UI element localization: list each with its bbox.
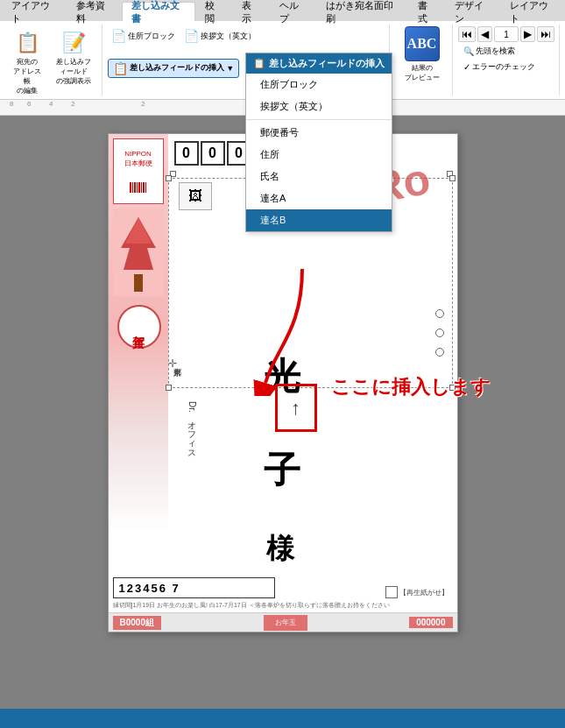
dropdown-item-renameA[interactable]: 連名A	[246, 187, 392, 209]
tab-layout[interactable]: アイアウト	[2, 2, 67, 21]
new-year-image-bottom: お年玉	[264, 615, 307, 631]
lottery-left: B0000組	[113, 616, 161, 630]
navigation-arrows: ⏮ ◀ ▶ ⏭	[458, 26, 554, 42]
svg-marker-2	[125, 217, 152, 244]
check-errors-button[interactable]: ✓ エラーのチェック	[458, 60, 540, 74]
dropdown-item-address[interactable]: 住所	[246, 144, 392, 166]
move-handle[interactable]: ✛	[166, 357, 179, 370]
resize-bl[interactable]	[166, 385, 172, 391]
find-recipient-button[interactable]: 🔍 先頭を検索	[458, 44, 540, 59]
tab-references[interactable]: 参考資料	[67, 2, 122, 21]
dr-text: Dr. オフィス	[186, 401, 198, 454]
circle-2	[435, 329, 444, 337]
stamp-area: NIPPON日本郵便	[113, 138, 164, 204]
reuse-checkbox	[385, 586, 398, 598]
insert-merge-field-button[interactable]: 📋 差し込みフィールドの挿入 ▼	[108, 59, 239, 78]
upload-arrow-icon: ↑	[278, 386, 314, 429]
tab-design[interactable]: デザイン	[445, 2, 500, 21]
new-year-stamp: 年賀	[117, 305, 161, 349]
dropdown-header: 📋 差し込みフィールドの挿入	[246, 53, 392, 74]
dropdown-header-icon: 📋	[253, 58, 265, 69]
tab-mailings[interactable]: 差し込み文書	[122, 2, 195, 21]
stamp-text: NIPPON日本郵便	[124, 150, 152, 180]
tab-help[interactable]: ヘルプ	[270, 2, 316, 21]
prev-record-button[interactable]: ◀	[477, 26, 492, 42]
side-circles	[435, 309, 444, 357]
postal-box-1: 0	[174, 141, 199, 166]
dropdown-item-postal[interactable]: 郵便番号	[246, 122, 392, 144]
record-number-input[interactable]	[494, 26, 519, 42]
red-highlight-box: ↑	[275, 384, 317, 432]
bottom-postal-box: 123456 7	[113, 577, 275, 598]
dropdown-separator	[246, 119, 392, 120]
postal-box-2: 0	[201, 141, 225, 166]
toolbar-section-preview: ABC 結果の プレビュー 結果のプレビュー	[392, 25, 453, 95]
preview-icon: ABC	[405, 26, 440, 61]
first-record-button[interactable]: ⏮	[458, 26, 476, 42]
dropdown-item-address-block[interactable]: 住所ブロック	[246, 74, 392, 95]
resize-tr[interactable]	[449, 175, 456, 181]
dropdown-item-name[interactable]: 氏名	[246, 166, 392, 187]
tree-illustration	[113, 209, 164, 296]
lottery-right: 000000	[409, 617, 452, 628]
greeting-button[interactable]: 📄 挨拶文（英文）	[180, 26, 259, 46]
circle-3	[435, 348, 444, 357]
bottom-lottery: B0000組 お年玉 000000	[109, 612, 457, 632]
resize-tl[interactable]	[166, 175, 172, 181]
barcode	[130, 182, 146, 193]
dropdown-item-renameB[interactable]: 連名B	[246, 209, 392, 231]
dropdown-menu: 📋 差し込みフィールドの挿入 住所ブロック 挨拶文（英文） 郵便番号 住所 氏名…	[245, 53, 392, 232]
tab-bar: アイアウト 参考資料 差し込み文書 校閲 表示 ヘルプ はがき宛名面印刷 書式 …	[0, 0, 565, 21]
tab-pagelayout[interactable]: レイアウト	[500, 2, 565, 21]
status-bar	[0, 709, 565, 728]
tab-view[interactable]: 表示	[232, 2, 270, 21]
address-block-button[interactable]: 📄 住所ブロック	[108, 26, 179, 46]
tab-format[interactable]: 書式	[408, 2, 446, 21]
toolbar-section-start: 📋 宛先の アドレス帳 の編集 📝 差し込みフィールド の強調表示 印刷の開始	[5, 25, 102, 95]
check-icon: ✓	[463, 62, 470, 72]
tab-postcard[interactable]: はがき宛名面印刷	[316, 2, 408, 21]
svg-rect-0	[134, 274, 143, 292]
next-record-button[interactable]: ▶	[520, 26, 535, 42]
reuse-text: 【再生紙がせ】	[399, 588, 448, 597]
highlight-fields-button[interactable]: 📝 差し込みフィールド の強調表示	[49, 26, 98, 88]
bottom-postal-number: 123456 7	[119, 582, 180, 595]
tab-review[interactable]: 校閲	[195, 2, 233, 21]
annotation-text: ここに挿入します	[331, 374, 491, 400]
circle-1	[435, 309, 444, 318]
last-record-button[interactable]: ⏭	[537, 26, 554, 42]
small-note: 縁切間]1月19日 お年生のお楽し風! 白17-7月17日 ＜落各奉炉を切り取ら…	[113, 601, 453, 610]
dropdown-item-greeting[interactable]: 挨拶文（英文）	[246, 95, 392, 117]
address-book-button[interactable]: 📋 宛先の アドレス帳 の編集	[9, 26, 46, 98]
toolbar-section-nav: ⏮ ◀ ▶ ⏭ 🔍 先頭を検索 ✓ エラーのチェック 結果のプレビュー	[455, 25, 560, 95]
preview-tools: 🔍 先頭を検索 ✓ エラーのチェック	[458, 44, 540, 74]
reuse-label-area: 【再生紙がせ】	[385, 586, 448, 598]
search-icon: 🔍	[463, 46, 474, 56]
